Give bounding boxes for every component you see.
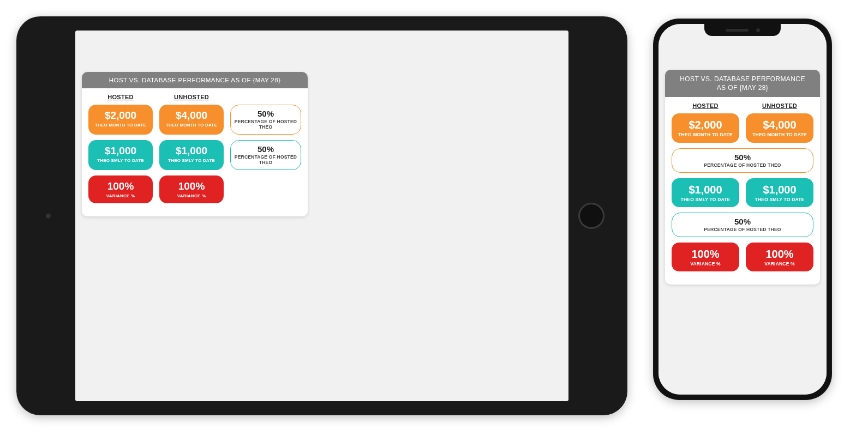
metric-value: 100% [92,181,149,192]
metric-value: $2,000 [675,119,736,131]
card-body: HOSTED UNHOSTED $2,000 THEO MONTH TO DAT… [82,88,308,216]
unhosted-label: UNHOSTED [159,94,224,100]
unhosted-smly-metric: $1,000 THEO SMLY TO DATE [746,178,813,207]
ipad-home-button[interactable] [578,203,604,229]
metric-value: $1,000 [163,146,220,157]
metric-sub: THEO SMLY TO DATE [675,197,736,202]
metric-sub: THEO SMLY TO DATE [92,158,149,164]
card-title-line1: HOST VS. DATABASE PERFORMANCE [680,75,805,83]
unhosted-variance-metric: 100% VARIANCE % [159,175,224,203]
hosted-smly-metric: $1,000 THEO SMLY TO DATE [88,140,153,170]
month-percentage: 50% PERCENTAGE OF HOSTED THEO [230,105,301,135]
iphone-screen: Carrier 100% {Name}'s Da [659,24,827,395]
column-labels: HOSTED UNHOSTED [88,94,301,100]
unhosted-month-metric: $4,000 THEO MONTH TO DATE [159,105,224,135]
column-labels: HOSTED UNHOSTED [672,102,813,109]
metric-sub: THEO MONTH TO DATE [749,132,810,137]
metric-value: 100% [749,248,810,260]
card-title: HOST VS. DATABASE PERFORMANCE AS OF {MAY… [665,70,820,97]
pct-value: 50% [234,144,297,154]
performance-card: HOST VS. DATABASE PERFORMANCE AS OF {MAY… [665,70,820,284]
metric-sub: VARIANCE % [92,193,149,199]
hosted-label: HOSTED [88,94,153,100]
hosted-month-metric: $2,000 THEO MONTH TO DATE [672,113,739,142]
metric-value: $1,000 [675,184,736,196]
pct-sub: PERCENTAGE OF HOSTED THEO [234,154,297,165]
unhosted-variance-metric: 100% VARIANCE % [746,243,813,271]
row-smly: $1,000 THEO SMLY TO DATE $1,000 THEO SML… [88,140,301,170]
metric-value: $1,000 [749,184,810,196]
month-percentage: 50% PERCENTAGE OF HOSTED THEO [672,148,813,173]
pct-value: 50% [234,109,297,118]
hosted-variance-metric: 100% VARIANCE % [88,175,153,203]
pct-value: 50% [675,153,810,162]
metric-sub: THEO SMLY TO DATE [163,158,220,164]
hosted-label: HOSTED [672,102,739,109]
smly-percentage: 50% PERCENTAGE OF HOSTED THEO [672,213,813,237]
row-month: $2,000 THEO MONTH TO DATE $4,000 THEO MO… [672,113,813,142]
card-title: HOST VS. DATABASE PERFORMANCE AS OF {MAY… [82,72,308,88]
unhosted-label: UNHOSTED [746,102,813,109]
metric-sub: THEO SMLY TO DATE [749,197,810,202]
row-variance: 100% VARIANCE % 100% VARIANCE % [88,175,301,203]
metric-value: $4,000 [749,119,810,131]
smly-percentage: 50% PERCENTAGE OF HOSTED THEO [230,140,301,170]
pct-value: 50% [675,217,810,226]
iphone-device-frame: Carrier 100% {Name}'s Da [653,19,832,400]
row-month: $2,000 THEO MONTH TO DATE $4,000 THEO MO… [88,105,301,135]
metric-sub: VARIANCE % [675,261,736,267]
metric-value: 100% [163,181,220,192]
content-area: HOST VS. DATABASE PERFORMANCE AS OF {MAY… [659,24,827,395]
speaker-icon [726,29,749,32]
row-variance: 100% VARIANCE % 100% VARIANCE % [672,243,813,271]
pct-sub: PERCENTAGE OF HOSTED THEO [675,227,810,232]
pct-sub: PERCENTAGE OF HOSTED THEO [234,119,297,130]
ipad-device-frame: 12:22 [16,16,627,415]
metric-value: 100% [675,248,736,260]
card-title-line2: AS OF {MAY 28} [717,84,769,92]
unhosted-smly-metric: $1,000 THEO SMLY TO DATE [159,140,224,170]
metric-sub: VARIANCE % [749,261,810,267]
front-camera-icon [756,28,760,32]
card-body: HOSTED UNHOSTED $2,000 THEO MONTH TO DAT… [665,97,820,284]
metric-sub: THEO MONTH TO DATE [163,123,220,128]
metric-value: $2,000 [92,110,149,122]
metric-sub: THEO MONTH TO DATE [92,123,149,128]
row-smly: $1,000 THEO SMLY TO DATE $1,000 THEO SML… [672,178,813,207]
metric-value: $4,000 [163,110,220,122]
metric-sub: VARIANCE % [163,193,220,199]
content-area: HOST VS. DATABASE PERFORMANCE AS OF {MAY… [75,31,568,401]
metric-value: $1,000 [92,146,149,157]
unhosted-month-metric: $4,000 THEO MONTH TO DATE [746,113,813,142]
hosted-smly-metric: $1,000 THEO SMLY TO DATE [672,178,739,207]
ipad-screen: 12:22 [75,31,568,401]
ipad-camera-dot [46,214,51,219]
metric-sub: THEO MONTH TO DATE [675,132,736,137]
hosted-variance-metric: 100% VARIANCE % [672,243,739,271]
iphone-notch [704,24,781,36]
hosted-month-metric: $2,000 THEO MONTH TO DATE [88,105,153,135]
performance-card: HOST VS. DATABASE PERFORMANCE AS OF {MAY… [82,72,308,216]
pct-sub: PERCENTAGE OF HOSTED THEO [675,162,810,168]
